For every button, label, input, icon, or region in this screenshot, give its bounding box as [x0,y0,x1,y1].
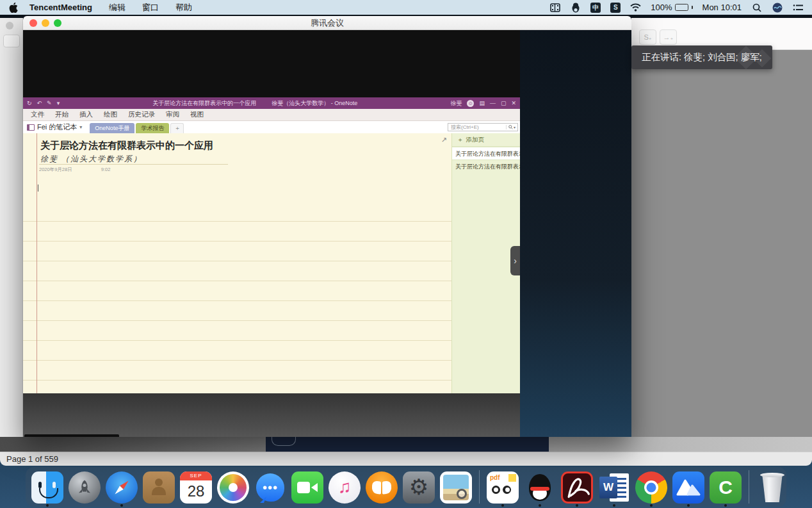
note-page-canvas[interactable]: 关于层论方法在有限群表示中的一个应用 徐斐 （汕头大学数学系） 2020年9月2… [23,133,451,393]
dock-facetime-icon[interactable] [291,471,323,504]
margin-line [37,133,37,393]
calendar-month: SEP [180,471,212,480]
redo-icon[interactable]: ↻ [27,100,32,106]
onenote-minimize-icon[interactable]: — [490,100,496,106]
search-placeholder: 搜索(Ctrl+E) [451,124,479,131]
tab-home[interactable]: 开始 [55,110,69,119]
background-window-left-edge [0,18,23,452]
background-window-bottom [0,437,812,452]
dock-system-preferences-icon[interactable]: ⚙ [403,471,435,504]
screen-share-banner[interactable]: 徐斐的屏幕共享 [24,434,119,437]
meeting-title-bar[interactable]: 腾讯会议 [23,16,631,30]
onenote-window: ↻ ↶ ✎ ▾ 关于层论方法在有限群表示中的一个应用徐斐（汕头大学数学） - O… [23,97,520,393]
tab-view[interactable]: 视图 [190,110,204,119]
search-input[interactable]: 搜索(Ctrl+E) ▾ [448,123,518,131]
film-status-icon[interactable] [549,2,560,13]
collapse-panel-handle[interactable]: › [510,246,520,275]
notebook-selector[interactable]: Fei 的笔记本 ▾ [27,122,82,132]
note-time: 9:02 [101,167,111,173]
battery-icon [675,4,688,11]
pen-icon[interactable]: ✎ [47,100,52,106]
dock-launchpad-icon[interactable] [69,471,101,504]
desktop: TencentMeeting 编辑 窗口 帮助 中 S 100% Mon 10:… [0,0,812,508]
section-tab-academic-reports[interactable]: 学术报告 [136,123,169,133]
dock-calendar-icon[interactable]: SEP 28 [180,471,212,504]
input-method-icon[interactable]: 中 [590,3,601,13]
account-avatar[interactable]: ☺ [467,100,474,107]
expand-page-icon[interactable]: ↗ [441,136,447,144]
dock-photos-icon[interactable] [217,471,249,504]
notebook-nav-bar: Fei 的笔记本 ▾ OneNote手册 学术报告 ＋ 搜索(Ctrl+E) ▾ [23,121,520,133]
note-date: 2020年9月28日 [39,167,72,173]
menu-bar-clock[interactable]: Mon 10:01 [702,3,742,12]
section-tab-onenote-manual[interactable]: OneNote手册 [90,123,134,133]
dock-acrobat-icon[interactable] [561,471,593,504]
qq-status-icon[interactable] [570,2,581,13]
dock-pdf-expert-icon[interactable]: pdf [487,471,519,504]
active-app-name[interactable]: TencentMeeting [29,3,92,12]
battery-indicator[interactable]: 100% [651,3,692,12]
page-list-item[interactable]: 关于层论方法在有限群表示中的应 [452,160,520,174]
dock-finder-icon[interactable] [31,471,63,504]
search-scope-control[interactable]: ▾ [506,125,517,129]
note-meta: 2020年9月28日 9:02 [39,167,110,173]
apple-menu-icon[interactable] [9,3,18,13]
note-title[interactable]: 关于层论方法在有限群表示中的一个应用 [40,140,213,152]
pdf-dark-page-edge [266,437,549,452]
quick-access-dropdown-icon[interactable]: ▾ [57,100,60,106]
note-author[interactable]: 徐斐 （汕头大学数学系） [40,154,142,165]
inactive-traffic-light[interactable] [6,22,13,29]
undo-icon[interactable]: ↶ [37,100,42,106]
dock-divider [749,470,749,504]
siri-icon[interactable] [772,2,783,13]
onenote-close-icon[interactable]: ✕ [511,100,516,106]
onenote-title-bar: ↻ ↶ ✎ ▾ 关于层论方法在有限群表示中的一个应用徐斐（汕头大学数学） - O… [23,97,520,109]
arrow-annotation-button[interactable]: →₊ [660,29,677,45]
dock-tencent-meeting-icon[interactable] [672,471,704,504]
wifi-icon[interactable] [630,2,641,13]
menu-help[interactable]: 帮助 [175,2,192,13]
calendar-day: 28 [180,480,212,502]
background-toolbar-button[interactable] [3,35,20,47]
dock-qq-icon[interactable] [524,471,556,504]
search-icon [508,125,513,129]
strikethrough-annotation-button[interactable]: S₊ [639,29,656,45]
notebook-icon [27,124,35,131]
tab-draw[interactable]: 绘图 [104,110,117,119]
shared-desktop-area [23,393,520,437]
notebook-dropdown-icon: ▾ [79,124,82,130]
dock-safari-icon[interactable] [106,471,138,504]
onenote-restore-icon[interactable]: ▢ [501,100,507,106]
chevron-right-icon: › [514,256,517,266]
dock-divider [479,470,480,504]
dock-preview-icon[interactable] [440,471,472,504]
text-cursor [38,184,38,192]
new-section-tab[interactable]: ＋ [170,123,184,133]
dock-contacts-icon[interactable] [143,471,175,504]
tab-insert[interactable]: 插入 [79,110,93,119]
dock-messages-icon[interactable]: ••• [254,471,286,504]
ribbon-display-icon[interactable]: ▤ [479,100,485,106]
dock-itunes-icon[interactable]: ♫ [329,471,361,504]
tab-file[interactable]: 文件 [31,110,44,119]
menu-window[interactable]: 窗口 [142,2,159,13]
dock-camtasia-icon[interactable]: C [710,471,742,504]
page-list-item[interactable]: 关于层论方法在有限群表示中的一— [452,147,520,160]
share-banner-label: 徐斐的屏幕共享 [54,436,113,438]
dock-chrome-icon[interactable] [635,471,667,504]
speaking-now-tooltip: 正在讲话: 徐斐; 刘合国; 廖军; [631,45,772,69]
shared-screen-area: ↻ ↶ ✎ ▾ 关于层论方法在有限群表示中的一个应用徐斐（汕头大学数学） - O… [23,30,520,437]
account-name[interactable]: 徐斐 [450,99,462,108]
dock-ibooks-icon[interactable] [366,471,398,504]
add-page-button[interactable]: ＋ 添加页 [452,133,520,147]
tab-review[interactable]: 审阅 [166,110,179,119]
spotlight-search-icon[interactable] [751,2,762,13]
notification-center-icon[interactable] [792,2,803,13]
menu-edit[interactable]: 编辑 [109,2,126,13]
sogou-status-icon[interactable]: S [610,3,621,13]
onenote-window-title: 关于层论方法在有限群表示中的一个应用徐斐（汕头大学数学） - OneNote [65,99,445,108]
tab-history[interactable]: 历史记录 [128,110,155,119]
dock-word-icon[interactable]: W [598,471,630,504]
dock-trash-icon[interactable] [756,471,788,504]
dock: SEP 28 ••• ♫ ⚙ pdf W C [26,467,786,507]
